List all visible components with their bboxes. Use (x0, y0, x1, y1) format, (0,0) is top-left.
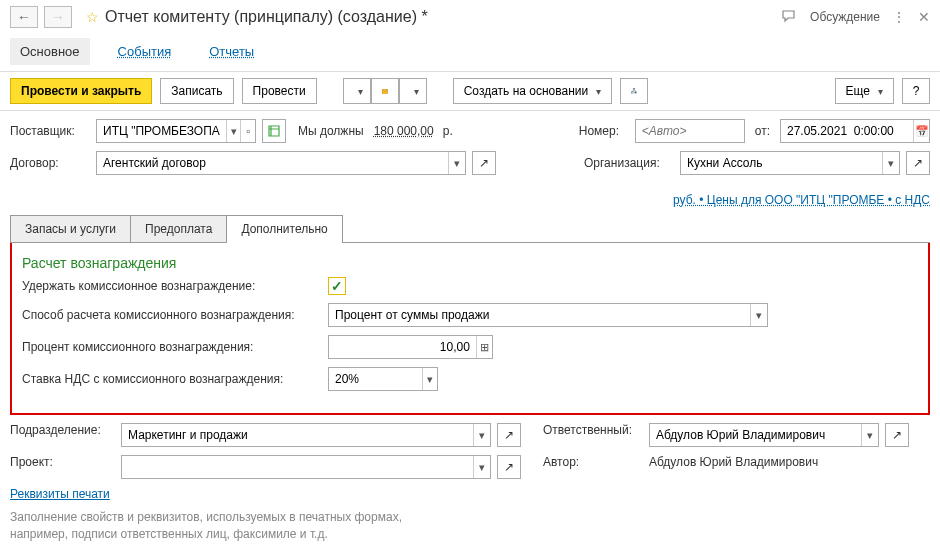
dept-input[interactable] (122, 428, 473, 442)
debt-currency: р. (443, 124, 453, 138)
project-input[interactable] (122, 460, 473, 474)
dept-label: Подразделение: (10, 423, 115, 437)
print-button[interactable] (399, 78, 427, 104)
close-icon[interactable]: ✕ (918, 9, 930, 25)
project-open-button[interactable]: ↗ (497, 455, 521, 479)
dropdown-icon[interactable]: ▾ (448, 152, 465, 174)
pct-label: Процент комиссионного вознаграждения: (22, 340, 322, 354)
save-button[interactable]: Записать (160, 78, 233, 104)
contract-input[interactable] (97, 156, 448, 170)
tab-prepay[interactable]: Предоплата (130, 215, 227, 242)
print-requisites-link[interactable]: Реквизиты печати (10, 487, 110, 501)
debt-detail-button[interactable] (262, 119, 286, 143)
vat-label: Ставка НДС с комиссионного вознаграждени… (22, 372, 322, 386)
print-requisites-hint: Заполнение свойств и реквизитов, использ… (10, 509, 430, 543)
svg-rect-7 (632, 92, 634, 93)
back-button[interactable]: ← (10, 6, 38, 28)
org-label: Организация: (584, 156, 674, 170)
create-based-button[interactable]: Создать на основании (453, 78, 613, 104)
supplier-input[interactable] (97, 124, 226, 138)
pct-input[interactable] (329, 340, 476, 354)
calculator-icon[interactable]: ⊞ (476, 336, 492, 358)
attach-button[interactable] (343, 78, 371, 104)
post-and-close-button[interactable]: Провести и закрыть (10, 78, 152, 104)
org-input[interactable] (681, 156, 882, 170)
resp-open-button[interactable]: ↗ (885, 423, 909, 447)
number-label: Номер: (579, 124, 629, 138)
dropdown-icon[interactable]: ▾ (882, 152, 899, 174)
method-label: Способ расчета комиссионного вознагражде… (22, 308, 322, 322)
author-label: Автор: (543, 455, 643, 469)
dept-open-button[interactable]: ↗ (497, 423, 521, 447)
dropdown-icon[interactable]: ▾ (473, 424, 490, 446)
contract-label: Договор: (10, 156, 90, 170)
dropdown-icon[interactable]: ▾ (422, 368, 437, 390)
dropdown-icon[interactable]: ▾ (750, 304, 767, 326)
retain-label: Удержать комиссионное вознаграждение: (22, 279, 322, 293)
contract-open-button[interactable]: ↗ (472, 151, 496, 175)
page-title: Отчет комитенту (принципалу) (создание) … (105, 8, 776, 26)
resp-label: Ответственный: (543, 423, 643, 437)
tab-extra[interactable]: Дополнительно (226, 215, 342, 242)
open-icon[interactable]: ▫ (240, 120, 255, 142)
debt-prefix: Мы должны (298, 124, 364, 138)
svg-rect-6 (633, 88, 635, 89)
nav-tab-reports[interactable]: Отчеты (199, 38, 264, 65)
org-open-button[interactable]: ↗ (906, 151, 930, 175)
date-label: от: (755, 124, 770, 138)
kebab-icon[interactable]: ⋮ (892, 9, 906, 25)
post-button[interactable]: Провести (242, 78, 317, 104)
author-value: Абдулов Юрий Владимирович (649, 455, 818, 469)
more-button[interactable]: Еще (835, 78, 894, 104)
dropdown-icon[interactable]: ▾ (473, 456, 490, 478)
nav-tab-main[interactable]: Основное (10, 38, 90, 65)
svg-rect-8 (635, 92, 637, 93)
retain-checkbox[interactable]: ✓ (328, 277, 346, 295)
nav-tab-events[interactable]: События (108, 38, 182, 65)
structure-button[interactable] (620, 78, 648, 104)
calendar-icon[interactable]: 📅 (913, 120, 929, 142)
help-button[interactable]: ? (902, 78, 930, 104)
dropdown-icon[interactable]: ▾ (861, 424, 878, 446)
discuss-link[interactable]: Обсуждение (810, 10, 880, 24)
forward-button[interactable]: → (44, 6, 72, 28)
number-input[interactable] (636, 124, 744, 138)
section-commission-title: Расчет вознаграждения (12, 253, 928, 277)
date-input[interactable] (781, 124, 913, 138)
vat-input[interactable] (329, 372, 422, 386)
mail-button[interactable] (371, 78, 399, 104)
method-input[interactable] (329, 308, 750, 322)
supplier-label: Поставщик: (10, 124, 90, 138)
dropdown-icon[interactable]: ▾ (226, 120, 241, 142)
discuss-icon[interactable] (782, 10, 798, 24)
debt-amount[interactable]: 180 000,00 (374, 124, 434, 138)
favorite-icon[interactable]: ☆ (86, 9, 99, 25)
prices-link[interactable]: руб. • Цены для ООО "ИТЦ "ПРОМБЕ • с НДС (0, 191, 940, 215)
resp-input[interactable] (650, 428, 861, 442)
tab-stock[interactable]: Запасы и услуги (10, 215, 131, 242)
project-label: Проект: (10, 455, 115, 469)
